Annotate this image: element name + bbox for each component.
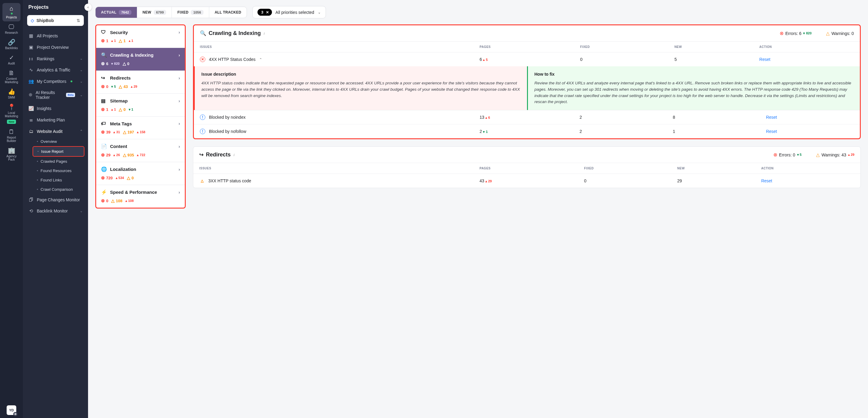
errors-stat: Errors: 6 820 <box>780 30 812 36</box>
rail-item-backlinks[interactable]: Backlinks <box>2 37 21 52</box>
category-label: Speed & Performance <box>110 190 157 195</box>
reset-link[interactable]: Reset <box>760 57 771 62</box>
section-crawling-indexing: Crawling & Indexing i Errors: 6 820 Warn… <box>193 24 861 139</box>
beta-badge: Beta <box>66 93 75 97</box>
fixed-value: 2 <box>574 125 666 139</box>
rail-item-agency-pack[interactable]: Agency Pack <box>2 145 21 164</box>
nav-item-page-changes-monitor[interactable]: Page Changes Monitor <box>23 194 88 205</box>
ic-shield-icon <box>101 30 106 35</box>
col-fixed: FIXED <box>578 163 671 174</box>
rail-item-projects[interactable]: Projects <box>2 3 21 22</box>
issue-row[interactable]: !Blocked by noindex13 628Reset <box>194 110 860 125</box>
tab-fixed[interactable]: FIXED1056 <box>172 7 209 18</box>
nav-item-ai-results-tracker[interactable]: AI Results TrackerBeta⌄ <box>23 87 88 103</box>
content-columns: Security›1111Crawling & Indexing›68200Re… <box>95 24 861 208</box>
category-redirects[interactable]: Redirects›054329 <box>96 71 185 94</box>
nav-item-rankings[interactable]: Rankings⌄ <box>23 53 88 64</box>
tab-label: FIXED <box>177 10 188 14</box>
ic-plan-icon <box>28 117 34 123</box>
nav-item-marketing-plan[interactable]: Marketing Plan <box>23 114 88 126</box>
project-name: ShipBob <box>36 18 54 23</box>
tab-new[interactable]: NEW6799 <box>137 7 172 18</box>
nav-sub-crawl-comparison[interactable]: Crawl Comparison <box>33 185 85 194</box>
error-delta: 1 <box>111 107 116 111</box>
ic-people-icon <box>28 79 34 84</box>
ic-backlink-icon <box>28 208 34 214</box>
tab-actual[interactable]: ACTUAL7642 <box>96 7 137 18</box>
fixed-value: 2 <box>574 110 666 125</box>
rail-item-smm[interactable]: SMM <box>2 86 21 102</box>
priority-pill[interactable]: 3 ✕ <box>257 9 272 16</box>
warning-count: 197 <box>123 130 134 134</box>
collapse-sidepanel-button[interactable]: ‹ <box>85 4 92 11</box>
rail-item-content-marketing[interactable]: Content Marketing <box>2 67 21 86</box>
col-issues: ISSUES <box>194 41 474 53</box>
nav-item-backlink-monitor[interactable]: Backlink Monitor⌄ <box>23 205 88 217</box>
nav-item-my-competitors[interactable]: My Competitors⌄ <box>23 76 88 87</box>
rail-item-research[interactable]: Research <box>2 22 21 37</box>
ic-monitor-icon <box>8 24 14 30</box>
nav-label: Backlink Monitor <box>37 208 68 213</box>
issue-row[interactable]: !Blocked by nofollow2 121Reset <box>194 125 860 139</box>
nav-item-project-overview[interactable]: Project Overview <box>23 41 88 53</box>
nav-sub-overview[interactable]: Overview <box>33 137 85 146</box>
reset-link[interactable]: Reset <box>761 179 772 183</box>
chevron-down-icon: ⌄ <box>80 68 83 72</box>
info-icon[interactable]: i <box>264 32 265 35</box>
info-icon[interactable]: i <box>234 153 234 157</box>
issue-row[interactable]: ✕4XX HTTP Status Codes ⌃6 505Reset <box>194 53 860 67</box>
category-content[interactable]: Content›2926935722 <box>96 139 185 162</box>
new-badge: New <box>7 120 16 124</box>
pages-value: 13 <box>480 115 485 120</box>
priority-selector[interactable]: 3 ✕ All priorities selected ⌄ <box>252 6 326 19</box>
reset-link[interactable]: Reset <box>766 115 777 120</box>
section-title: Redirects i <box>199 152 235 158</box>
category-crawling-indexing[interactable]: Crawling & Indexing›68200 <box>96 48 185 71</box>
nav-sub-crawled-pages[interactable]: Crawled Pages <box>33 157 85 166</box>
nav-label: Website Audit <box>37 129 62 134</box>
nav-item-insights[interactable]: Insights <box>23 103 88 114</box>
tab-all-tracked[interactable]: ALL TRACKED <box>209 7 247 18</box>
chevron-right-icon: › <box>179 190 180 195</box>
rail-item-local-marketing[interactable]: Local MarketingNew <box>2 102 21 126</box>
error-delta: 1 <box>111 39 116 43</box>
category-speed-performance[interactable]: Speed & Performance›0108108 <box>96 185 185 207</box>
rail-label: Report Builder <box>4 136 19 142</box>
category-label: Content <box>110 144 127 149</box>
warning-count: 108 <box>111 198 122 203</box>
chevron-down-icon: ⌄ <box>80 209 83 213</box>
rail-item-report-builder[interactable]: Report Builder <box>2 126 21 145</box>
nav-sub-issue-report[interactable]: Issue Report <box>33 146 85 157</box>
user-avatar[interactable]: YD⚙ <box>7 405 16 415</box>
section-title: Crawling & Indexing i <box>200 30 265 36</box>
nav-sub-found-links[interactable]: Found Links <box>33 175 85 185</box>
category-security[interactable]: Security›1111 <box>96 25 185 48</box>
category-sitemap[interactable]: Sitemap›1101 <box>96 94 185 117</box>
error-count: 0 <box>101 84 108 89</box>
new-value: 29 <box>671 174 755 188</box>
chevron-right-icon: › <box>179 76 180 81</box>
new-value: 8 <box>666 110 760 125</box>
warning-delta: 29 <box>131 85 137 89</box>
search-icon <box>200 30 206 36</box>
close-icon[interactable]: ✕ <box>266 10 269 14</box>
warning-count: 0 <box>127 175 133 180</box>
error-count: 0 <box>101 198 108 203</box>
nav-sub-found-resources[interactable]: Found Resources <box>33 166 85 175</box>
fixed-value: 0 <box>578 174 671 188</box>
category-localization[interactable]: Localization›7205340 <box>96 162 185 185</box>
issue-row[interactable]: △3XX HTTP status code43 29029Reset <box>193 174 861 188</box>
error-delta: 534 <box>116 176 124 180</box>
project-selector[interactable]: ShipBob ⇅ <box>27 15 84 26</box>
category-meta-tags[interactable]: Meta Tags›3931197158 <box>96 117 185 139</box>
new-value: 1 <box>666 125 760 139</box>
nav-item-website-audit[interactable]: Website Audit⌃ <box>23 126 88 137</box>
nav-item-all-projects[interactable]: All Projects <box>23 30 88 41</box>
nav-item-analytics-traffic[interactable]: Analytics & Traffic⌄ <box>23 64 88 76</box>
chevron-right-icon: › <box>179 144 180 149</box>
rail-item-audit[interactable]: Audit <box>2 52 21 67</box>
reset-link[interactable]: Reset <box>766 129 777 134</box>
warning-delta: 1 <box>129 39 133 43</box>
tab-count: 6799 <box>154 10 166 15</box>
section-header: Redirects i Errors: 0 5 Warnings: 43 29 <box>193 147 861 163</box>
